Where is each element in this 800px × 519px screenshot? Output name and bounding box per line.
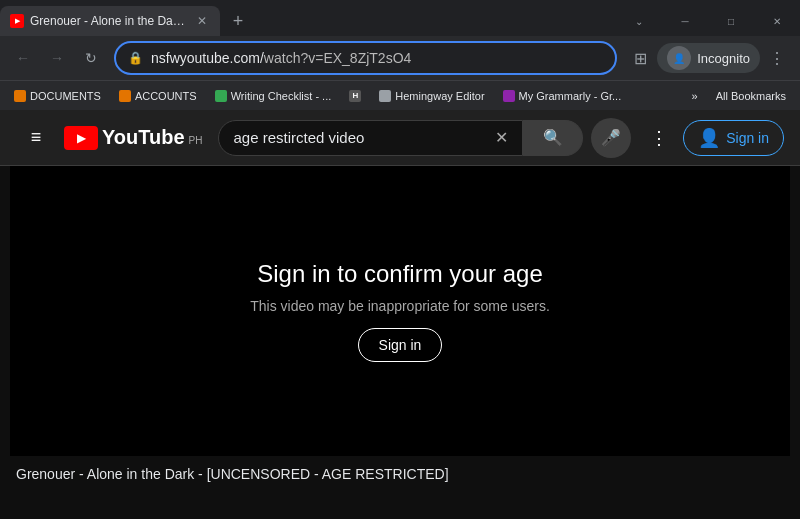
- close-button[interactable]: ✕: [754, 6, 800, 36]
- age-gate-signin-button[interactable]: Sign in: [358, 328, 443, 362]
- youtube-header: ≡ YouTube PH ✕ 🔍 🎤 ⋮ 👤 Sign in: [0, 110, 800, 166]
- browser-menu-button[interactable]: ⋮: [762, 43, 792, 73]
- search-icon: 🔍: [543, 128, 563, 147]
- youtube-country-code: PH: [189, 135, 203, 146]
- bookmark-grammarly-label: My Grammarly - Gr...: [519, 90, 622, 102]
- bookmark-hemingway[interactable]: YouTube Hemingway Editor: [371, 85, 492, 107]
- bookmark-writing-checklist-label: Writing Checklist - ...: [231, 90, 332, 102]
- incognito-text: Incognito: [697, 51, 750, 66]
- youtube-logo[interactable]: YouTube PH: [64, 126, 202, 150]
- tab-close-button[interactable]: ✕: [194, 13, 210, 29]
- search-clear-icon[interactable]: ✕: [495, 128, 508, 147]
- bookmark-accounts[interactable]: ACCOUNTS: [111, 85, 205, 107]
- maximize-button[interactable]: □: [708, 6, 754, 36]
- youtube-search-form: ✕ 🔍 🎤: [218, 120, 631, 156]
- refresh-button[interactable]: ↻: [76, 43, 106, 73]
- all-bookmarks-button[interactable]: All Bookmarks: [708, 85, 794, 107]
- bookmark-documents[interactable]: DOCUMENTS: [6, 85, 109, 107]
- youtube-logo-icon: [64, 126, 98, 150]
- user-icon: 👤: [698, 127, 720, 149]
- bookmarks-overflow-button[interactable]: »: [684, 85, 706, 107]
- tab-title: Grenouer - Alone in the Dark -: [30, 14, 188, 28]
- url-post: watch?v=EX_8ZjT2sO4: [264, 50, 411, 66]
- incognito-label: 👤 Incognito: [657, 43, 760, 73]
- accounts-favicon: [119, 90, 131, 102]
- writing-checklist-favicon: [215, 90, 227, 102]
- bookmark-documents-label: DOCUMENTS: [30, 90, 101, 102]
- url-pre: nsfwyoutube.com/: [151, 50, 264, 66]
- youtube-menu-button[interactable]: ≡: [16, 118, 56, 158]
- extensions-icon-button[interactable]: ⊞: [625, 43, 655, 73]
- bookmark-writing-checklist[interactable]: Writing Checklist - ...: [207, 85, 340, 107]
- address-text: nsfwyoutube.com/watch?v=EX_8ZjT2sO4: [151, 50, 603, 66]
- active-tab[interactable]: Grenouer - Alone in the Dark - ✕: [0, 6, 220, 36]
- youtube-more-button[interactable]: ⋮: [639, 118, 679, 158]
- bookmarks-bar: DOCUMENTS ACCOUNTS Writing Checklist - .…: [0, 80, 800, 110]
- youtube-page: ≡ YouTube PH ✕ 🔍 🎤 ⋮ 👤 Sign in: [0, 110, 800, 519]
- grammarly-favicon: [503, 90, 515, 102]
- bookmarks-right: » All Bookmarks: [684, 85, 794, 107]
- window-controls: ⌄ ─ □ ✕: [616, 6, 800, 36]
- all-bookmarks-label: All Bookmarks: [716, 90, 786, 102]
- chevron-up-icon[interactable]: ⌄: [616, 6, 662, 36]
- youtube-logo-text: YouTube: [102, 126, 185, 149]
- youtube-search-input-wrap: ✕: [218, 120, 523, 156]
- bookmark-accounts-label: ACCOUNTS: [135, 90, 197, 102]
- bookmark-hemingway-text: Hemingway Editor: [395, 90, 484, 102]
- forward-button[interactable]: →: [42, 43, 72, 73]
- tab-bar: Grenouer - Alone in the Dark - ✕ + ⌄ ─ □…: [0, 0, 800, 36]
- youtube-mic-button[interactable]: 🎤: [591, 118, 631, 158]
- youtube-signin-button[interactable]: 👤 Sign in: [683, 120, 784, 156]
- toolbar-right: ⊞ 👤 Incognito ⋮: [625, 43, 792, 73]
- toolbar: ← → ↻ 🔒 nsfwyoutube.com/watch?v=EX_8ZjT2…: [0, 36, 800, 80]
- youtube-search-input[interactable]: [233, 129, 495, 146]
- minimize-button[interactable]: ─: [662, 6, 708, 36]
- browser-chrome: Grenouer - Alone in the Dark - ✕ + ⌄ ─ □…: [0, 0, 800, 110]
- signin-label: Sign in: [726, 130, 769, 146]
- back-button[interactable]: ←: [8, 43, 38, 73]
- age-gate-subtitle: This video may be inappropriate for some…: [250, 298, 550, 314]
- documents-favicon: [14, 90, 26, 102]
- new-tab-button[interactable]: +: [224, 7, 252, 35]
- h-favicon: H: [349, 90, 361, 102]
- youtube-main: Grenouer - Alone in the Dark - [UNCENSOR…: [0, 456, 800, 482]
- age-gate: Sign in to confirm your age This video m…: [250, 260, 550, 362]
- hemingway-favicon: [379, 90, 391, 102]
- video-container: Sign in to confirm your age This video m…: [10, 166, 790, 456]
- bookmark-h[interactable]: H: [341, 85, 369, 107]
- video-title: Grenouer - Alone in the Dark - [UNCENSOR…: [16, 456, 784, 482]
- avatar: 👤: [667, 46, 691, 70]
- mic-icon: 🎤: [601, 128, 621, 147]
- tab-favicon: [10, 14, 24, 28]
- bookmark-grammarly[interactable]: My Grammarly - Gr...: [495, 85, 630, 107]
- age-gate-title: Sign in to confirm your age: [257, 260, 542, 288]
- youtube-search-button[interactable]: 🔍: [523, 120, 583, 156]
- youtube-header-right: ⋮ 👤 Sign in: [639, 118, 784, 158]
- address-bar[interactable]: 🔒 nsfwyoutube.com/watch?v=EX_8ZjT2sO4: [114, 41, 617, 75]
- lock-icon: 🔒: [128, 51, 143, 65]
